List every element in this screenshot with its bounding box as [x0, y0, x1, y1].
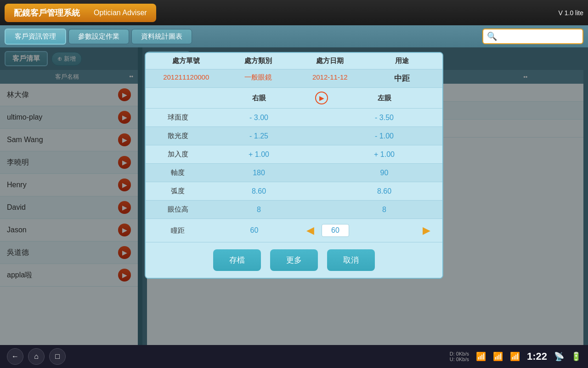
field-label-4: 弧度 — [150, 187, 205, 196]
recents-button[interactable]: □ — [49, 348, 66, 365]
field-right-2: + 1.00 — [205, 150, 312, 159]
more-button[interactable]: 更多 — [270, 249, 318, 271]
search-input[interactable] — [499, 33, 580, 40]
field-right-0: - 3.00 — [205, 114, 312, 122]
nav-btn-customer[interactable]: 客戶資訊管理 — [5, 29, 66, 45]
right-eye-label: 右眼 — [205, 94, 312, 103]
home-button[interactable]: ⌂ — [28, 348, 45, 365]
field-left-1: - 1.00 — [331, 132, 438, 140]
pd-right-arrow[interactable]: ▶ — [419, 224, 433, 237]
modal-col-no: 處方單號 — [150, 57, 222, 65]
field-left-2: + 1.00 — [331, 150, 438, 159]
modal-col-date: 處方日期 — [294, 57, 366, 65]
modal-pd-row: 瞳距 60 ◀ ▶ — [146, 219, 442, 242]
field-right-1: - 1.25 — [205, 132, 312, 140]
left-eye-label: 左眼 — [331, 94, 438, 103]
cancel-button[interactable]: 取消 — [327, 249, 375, 271]
app-title-en: Optician Adviser — [94, 9, 147, 17]
app-title-block: 配鏡客戶管理系統 Optician Adviser — [5, 4, 156, 22]
status-bar: ← ⌂ □ D: 0Kb/s U: 0Kb/s 📶 📶 📶 1:22 📡 🔋 — [0, 345, 588, 368]
field-left-0: - 3.50 — [331, 114, 438, 122]
modal-field-row: 弧度 8.60 8.60 — [146, 182, 442, 201]
modal-field-row: 軸度 180 90 — [146, 164, 442, 182]
field-right-5: 8 — [205, 206, 312, 214]
modal-col-purpose: 用途 — [366, 57, 438, 65]
modal-field-row: 球面度 - 3.00 - 3.50 — [146, 109, 442, 127]
battery-icon: 🔋 — [571, 351, 581, 362]
prescription-date: 2012-11-12 — [294, 73, 366, 84]
field-label-2: 加入度 — [150, 150, 205, 159]
net-up: U: 0Kb/s — [450, 356, 469, 362]
modal-field-row: 眼位高 8 8 — [146, 201, 442, 219]
time-display: 1:22 — [527, 351, 547, 362]
pd-left-arrow[interactable]: ◀ — [303, 224, 317, 237]
sim-icon: 📶 — [476, 351, 486, 362]
main-area: 客戶清單 ⊕ 新增 客戶名稱 •• 林大偉 ▶ ultimo-play ▶ Sa… — [0, 47, 588, 345]
field-label-1: 散光度 — [150, 132, 205, 140]
field-label-5: 眼位高 — [150, 205, 205, 214]
save-button[interactable]: 存檔 — [213, 249, 261, 271]
prescription-purpose: 中距 — [366, 73, 438, 84]
wifi-icon: 📶 — [510, 351, 520, 362]
nav-btn-params[interactable]: 參數設定作業 — [68, 29, 129, 44]
modal-data-row: 201211120000 一般眼鏡 2012-11-12 中距 — [146, 69, 442, 88]
search-icon: 🔍 — [487, 31, 497, 41]
back-button[interactable]: ← — [7, 348, 23, 365]
modal-field-row: 散光度 - 1.25 - 1.00 — [146, 127, 442, 145]
field-left-3: 90 — [331, 169, 438, 177]
modal-header-row: 處方單號 處方類別 處方日期 用途 — [146, 53, 442, 69]
field-right-3: 180 — [205, 169, 312, 177]
pd-left-input[interactable] — [322, 224, 349, 237]
net-speed: D: 0Kb/s U: 0Kb/s — [450, 351, 469, 362]
field-label-3: 軸度 — [150, 168, 205, 177]
prescription-no: 201211120000 — [150, 73, 222, 84]
field-label-0: 球面度 — [150, 113, 205, 122]
wifi-signal-icon: 📡 — [554, 351, 564, 362]
modal-fields-container: 球面度 - 3.00 - 3.50 散光度 - 1.25 - 1.00 加入度 … — [146, 109, 442, 219]
title-bar: 配鏡客戶管理系統 Optician Adviser V 1.0 lite — [0, 0, 588, 25]
modal: 處方單號 處方類別 處方日期 用途 201211120000 一般眼鏡 2012… — [145, 52, 443, 279]
modal-actions: 存檔 更多 取消 — [146, 242, 442, 278]
modal-field-row: 加入度 + 1.00 + 1.00 — [146, 145, 442, 164]
net-down: D: 0Kb/s — [450, 351, 469, 356]
field-left-5: 8 — [331, 206, 438, 214]
search-box: 🔍 — [482, 29, 583, 44]
pd-label: 瞳距 — [150, 226, 205, 235]
app-title-cn: 配鏡客戶管理系統 — [14, 7, 80, 18]
pd-right-value: 60 — [205, 226, 303, 235]
eye-swap-icon[interactable]: ▶ — [315, 92, 328, 104]
modal-col-type: 處方類別 — [222, 57, 294, 65]
modal-eye-header: 右眼 ▶ 左眼 — [146, 88, 442, 109]
field-right-4: 8.60 — [205, 187, 312, 196]
prescription-type: 一般眼鏡 — [222, 73, 294, 84]
nav-btn-stats[interactable]: 資料統計圖表 — [131, 29, 192, 44]
modal-overlay: 處方單號 處方類別 處方日期 用途 201211120000 一般眼鏡 2012… — [0, 47, 588, 345]
field-left-4: 8.60 — [331, 187, 438, 196]
nav-bar: 客戶資訊管理 參數設定作業 資料統計圖表 🔍 — [0, 25, 588, 47]
version-label: V 1.0 lite — [559, 9, 583, 17]
signal-icon: 📶 — [493, 351, 503, 362]
status-right: D: 0Kb/s U: 0Kb/s 📶 📶 📶 1:22 📡 🔋 — [450, 351, 581, 362]
